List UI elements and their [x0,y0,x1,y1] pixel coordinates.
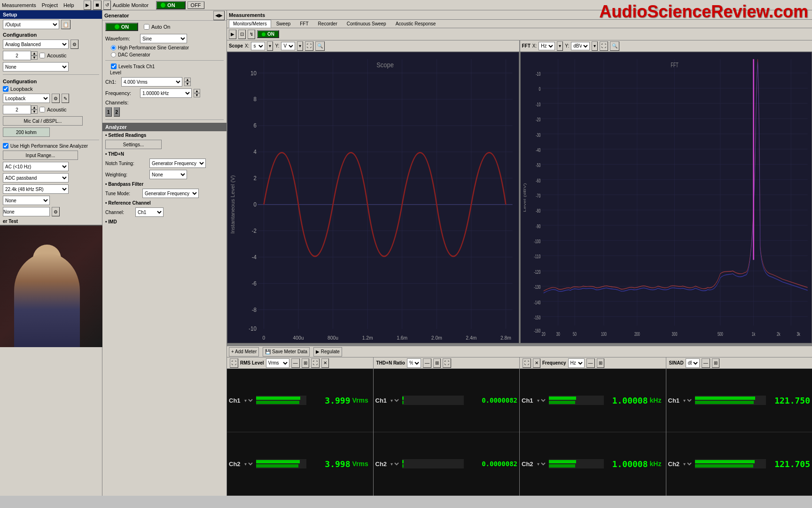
tune-mode-select[interactable]: Generator Frequency [142,189,199,198]
scope-zoom-btn[interactable]: 🔍 [315,41,325,51]
io-config-btn[interactable]: 📋 [61,20,70,29]
ch1-level-select[interactable]: 4.000 Vrms [121,77,182,87]
notch-select[interactable]: Generator Frequency [149,159,206,168]
analog-config-btn[interactable]: ⚙ [70,40,78,49]
fft-x-unit[interactable]: Hz [539,42,555,50]
fft-expand-btn[interactable]: ⛶ [600,41,608,51]
freq-unit-select[interactable]: Hz [568,358,585,368]
thdn-settings-btn[interactable]: — [423,358,431,368]
freq-expand-btn[interactable]: ⛶ [523,358,531,368]
sub-btn3[interactable]: ↯ [248,30,255,39]
ch2-acoustic-checkbox[interactable] [39,107,45,112]
high-perf-checkbox[interactable] [3,143,8,149]
ch-up-btn[interactable]: ▲ [31,51,38,56]
tab-sweep[interactable]: Sweep [272,20,295,28]
input-range-btn[interactable]: Input Range... [3,151,78,160]
toolbar-icon-1[interactable]: ▶ [84,0,91,10]
thdn-unit-select[interactable]: % [407,358,421,368]
auto-on-checkbox[interactable] [144,24,149,30]
io-select[interactable]: /Output [3,20,59,29]
audible-monitor-on-btn[interactable]: ON [156,1,186,9]
freq-ch1-dropdown[interactable]: ▾ [535,397,547,404]
scope-x-dropdown[interactable]: ▾ [267,41,273,51]
freq-expand2-btn[interactable]: ⊞ [597,358,604,368]
analog-balanced-select[interactable]: Analog Balanced [3,40,69,49]
ch1-level-down-btn[interactable]: ▼ [184,82,191,86]
none-input[interactable] [3,207,50,216]
toolbar-icon-3[interactable]: ↺ [103,0,111,10]
ch-down-btn[interactable]: ▼ [31,56,38,60]
gen-on-btn[interactable]: ON [105,23,138,31]
loopback-edit-btn[interactable]: ✎ [62,94,69,103]
toolbar-icon-2[interactable]: ⏹ [93,0,102,10]
ch2-input[interactable] [3,105,31,114]
save-meter-data-btn[interactable]: 💾 Save Meter Data [263,347,310,357]
tab-fft[interactable]: FFT [296,20,312,28]
sinad-ch1-dropdown[interactable]: ▾ [681,397,693,404]
loopback-select[interactable]: Loopback [3,94,50,103]
fft-x-dropdown[interactable]: ▾ [557,41,563,51]
none-config-btn[interactable]: ⚙ [52,207,60,216]
ch2-spinbox[interactable]: ▲ ▼ [3,105,38,114]
sinad-settings-btn[interactable]: — [702,358,710,368]
sub-btn2[interactable]: ⊡ [238,30,246,39]
off-btn[interactable]: OFF [187,1,204,9]
none-select1[interactable]: None [3,62,69,71]
ch1-btn[interactable]: 1 [105,107,112,117]
thdn-ch1-dropdown[interactable]: ▾ [389,397,400,404]
rms-expand2-btn[interactable]: ⛶ [311,358,320,368]
sinad-ch2-dropdown[interactable]: ▾ [681,461,693,467]
tab-monitors-meters[interactable]: Monitors/Meters [229,20,271,28]
scope-x-unit[interactable]: s [251,42,265,50]
tab-acoustic-response[interactable]: Acoustic Response [391,20,440,28]
channel-input[interactable] [3,51,31,60]
thdn-ch2-dropdown[interactable]: ▾ [389,461,400,467]
menu-help[interactable]: Help [63,2,74,8]
freq-select[interactable]: 1.00000 kHz [140,88,192,98]
rms-unit-select[interactable]: Vrms [266,358,289,368]
scope-y-unit[interactable]: V [281,42,295,50]
channel-spinbox[interactable]: ▲ ▼ [3,51,38,60]
scope-y-dropdown[interactable]: ▾ [297,41,303,51]
tab-continuous-sweep[interactable]: Continuous Sweep [343,20,390,28]
ch2-down-btn[interactable]: ▼ [31,110,38,114]
tab-recorder[interactable]: Recorder [314,20,342,28]
rms-x-btn[interactable]: ✕ [321,358,329,368]
loopback-config-btn[interactable]: ⚙ [52,94,60,103]
menu-project[interactable]: Project [42,2,58,8]
rms-ch2-dropdown[interactable]: ▾ [242,461,254,467]
sub-btn1[interactable]: ▶ [229,30,236,39]
sinad-expand2-btn[interactable]: ⊞ [712,358,719,368]
fft-y-unit[interactable]: dBV [571,42,590,50]
waveform-select[interactable]: Sine [140,34,187,43]
freq-ch2-dropdown[interactable]: ▾ [535,461,547,467]
freq-x-btn[interactable]: ✕ [533,358,540,368]
thdn-zoom-btn[interactable]: ⛶ [443,358,451,368]
freq-down-btn[interactable]: ▼ [194,93,200,97]
sub-on-btn[interactable]: ON [257,30,279,38]
freq-settings-btn[interactable]: — [586,358,595,368]
adc-filter-select[interactable]: ADC passband [3,173,69,183]
fft-y-dropdown[interactable]: ▾ [592,41,598,51]
none-select2[interactable]: None [3,196,50,205]
high-perf-radio[interactable] [111,45,116,50]
generator-expand-btn[interactable]: ◀▶ [213,11,225,20]
add-meter-btn[interactable]: + Add Meter [229,347,259,357]
ch2-btn[interactable]: 2 [114,107,120,117]
thdn-expand2-btn[interactable]: ⊞ [433,358,441,368]
menu-measurements[interactable]: Measurements [2,2,36,8]
sr-filter-select[interactable]: 22.4k (48 kHz SR) [3,184,69,194]
rms-close-btn[interactable]: ⊞ [302,358,309,368]
ch1-level-up-btn[interactable]: ▲ [184,78,191,82]
mic-cal-btn[interactable]: Mic Cal / dBSPL... [3,116,83,126]
rms-expand-btn[interactable]: ⛶ [230,358,238,368]
rms-settings-btn[interactable]: — [291,358,300,368]
rms-ch1-dropdown[interactable]: ▾ [242,397,254,404]
settings-btn[interactable]: Settings... [105,140,162,149]
ch2-up-btn[interactable]: ▲ [31,105,38,110]
weighting-select[interactable]: None [149,170,187,179]
loopback-checkbox[interactable] [3,86,8,92]
impedance-btn[interactable]: 200 kohm [3,127,50,137]
regulate-btn[interactable]: ▶ Regulate [313,347,342,357]
ac-filter-select[interactable]: AC (<10 Hz) [3,162,69,171]
